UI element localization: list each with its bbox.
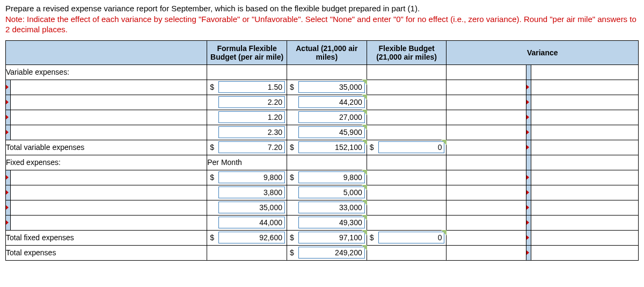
header-actual: Actual (21,000 air miles) xyxy=(287,40,367,64)
cell-flag-icon xyxy=(362,185,367,190)
flex-input[interactable]: 0 xyxy=(378,141,445,153)
flex-input[interactable]: 0 xyxy=(378,232,445,243)
formula-input[interactable]: 1.20 xyxy=(218,111,285,123)
row-marker-icon xyxy=(5,84,9,90)
actual-input[interactable]: 27,000 xyxy=(298,111,365,123)
row-marker-icon xyxy=(526,175,529,180)
cell-flag-icon xyxy=(362,80,367,85)
cell-flag-icon xyxy=(362,110,367,115)
header-formula: Formula Flexible Budget (per air mile) xyxy=(207,40,287,64)
instructions: Prepare a revised expense variance repor… xyxy=(5,3,639,35)
actual-input[interactable]: 45,900 xyxy=(298,126,365,138)
table-row: 2.20 44,200 xyxy=(6,95,639,110)
cell-flag-icon xyxy=(362,230,367,235)
row-marker-icon xyxy=(526,130,529,135)
cell-flag-icon xyxy=(441,140,447,145)
cell-flag-icon xyxy=(362,245,367,250)
formula-input[interactable]: 2.20 xyxy=(218,96,285,108)
actual-input[interactable]: 44,200 xyxy=(298,96,365,108)
actual-input[interactable]: 9,800 xyxy=(298,171,365,183)
header-variance: Variance xyxy=(447,40,639,64)
currency-symbol: $ xyxy=(209,233,218,242)
actual-input[interactable]: 152,100 xyxy=(298,141,365,153)
row-marker-icon xyxy=(5,99,9,105)
table-row: 1.20 27,000 xyxy=(6,110,639,125)
total-fixed-label: Total fixed expenses xyxy=(6,230,207,245)
currency-symbol: $ xyxy=(289,143,298,152)
actual-input[interactable]: 33,000 xyxy=(298,202,365,213)
total-fixed-row: Total fixed expenses $92,600 $97,100 $0 xyxy=(6,230,639,245)
cell-flag-icon xyxy=(362,140,367,145)
row-marker-icon xyxy=(526,84,529,90)
row-marker-icon xyxy=(5,220,9,225)
actual-input[interactable]: 49,300 xyxy=(298,217,365,228)
cell-flag-icon xyxy=(362,170,367,175)
actual-input[interactable]: 35,000 xyxy=(298,81,365,93)
formula-input[interactable]: 1.50 xyxy=(218,81,285,93)
formula-input[interactable]: 3,800 xyxy=(218,186,285,198)
formula-input[interactable]: 2.30 xyxy=(218,126,285,138)
table-row: 35,000 33,000 xyxy=(6,200,639,215)
formula-input[interactable]: 9,800 xyxy=(218,171,285,183)
currency-symbol: $ xyxy=(289,83,298,91)
row-marker-icon xyxy=(5,114,9,120)
currency-symbol: $ xyxy=(289,233,298,242)
total-expenses-label: Total expenses xyxy=(6,245,207,260)
row-marker-icon xyxy=(526,114,529,120)
cell-flag-icon xyxy=(362,125,367,130)
currency-symbol: $ xyxy=(369,143,378,152)
per-month-label: Per Month xyxy=(207,155,287,170)
cell-flag-icon xyxy=(362,95,367,100)
header-label xyxy=(6,40,207,64)
row-marker-icon xyxy=(5,130,9,135)
instructions-line1: Prepare a revised expense variance repor… xyxy=(5,4,420,13)
formula-input[interactable]: 35,000 xyxy=(218,202,285,213)
currency-symbol: $ xyxy=(289,173,298,182)
instructions-note: Note: Indicate the effect of each varian… xyxy=(5,15,636,34)
currency-symbol: $ xyxy=(209,173,218,182)
row-marker-icon xyxy=(526,205,529,210)
variance-table: Formula Flexible Budget (per air mile) A… xyxy=(5,40,639,261)
row-marker-icon xyxy=(5,190,9,195)
cell-flag-icon xyxy=(441,230,447,235)
row-marker-icon xyxy=(526,220,529,225)
row-marker-icon xyxy=(526,145,529,150)
table-row: 44,000 49,300 xyxy=(6,215,639,230)
actual-input[interactable]: 5,000 xyxy=(298,186,365,198)
row-marker-icon xyxy=(526,250,529,255)
section-fixed-row: Fixed expenses: Per Month xyxy=(6,155,639,170)
row-marker-icon xyxy=(5,205,9,210)
section-variable-label: Variable expenses: xyxy=(6,64,207,80)
cell-flag-icon xyxy=(362,200,367,205)
total-expenses-row: Total expenses $249,200 xyxy=(6,245,639,260)
currency-symbol: $ xyxy=(209,83,218,91)
table-row: 3,800 5,000 xyxy=(6,185,639,200)
header-flex: Flexible Budget (21,000 air miles) xyxy=(367,40,447,64)
table-row: 2.30 45,900 xyxy=(6,125,639,140)
formula-input[interactable]: 7.20 xyxy=(218,141,285,153)
section-fixed-label: Fixed expenses: xyxy=(6,155,207,170)
section-variable-row: Variable expenses: xyxy=(6,64,639,80)
row-marker-icon xyxy=(526,190,529,195)
row-marker-icon xyxy=(526,99,529,105)
formula-input[interactable]: 44,000 xyxy=(218,217,285,228)
table-row: $1.50 $35,000 xyxy=(6,80,639,95)
total-variable-label: Total variable expenses xyxy=(6,140,207,155)
table-row: $9,800 $9,800 xyxy=(6,170,639,185)
currency-symbol: $ xyxy=(209,143,218,152)
cell-flag-icon xyxy=(362,215,367,220)
currency-symbol: $ xyxy=(289,248,298,257)
actual-input[interactable]: 249,200 xyxy=(298,247,365,259)
formula-input[interactable]: 92,600 xyxy=(218,232,285,243)
row-marker-icon xyxy=(526,235,529,240)
currency-symbol: $ xyxy=(369,233,378,242)
total-variable-row: Total variable expenses $7.20 $152,100 $… xyxy=(6,140,639,155)
row-marker-icon xyxy=(5,175,9,180)
actual-input[interactable]: 97,100 xyxy=(298,232,365,243)
